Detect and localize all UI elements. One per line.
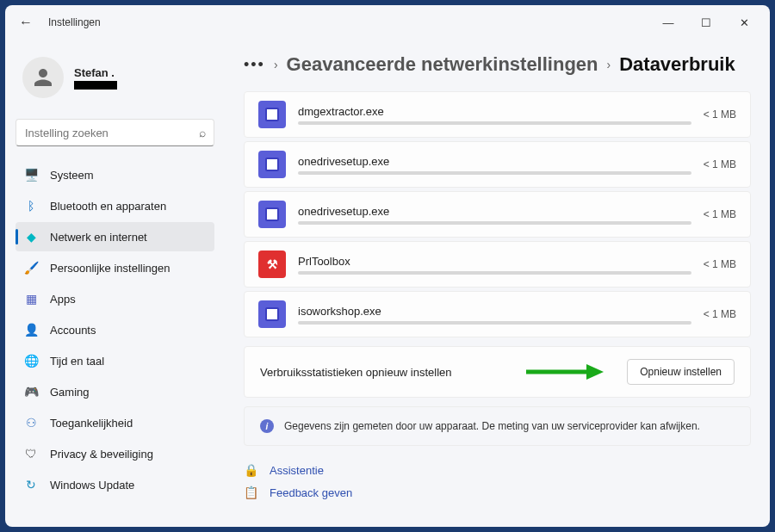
maximize-button[interactable]: ☐ xyxy=(687,9,725,36)
nav-label: Netwerk en internet xyxy=(50,231,147,244)
app-name: PrlToolbox xyxy=(298,255,691,268)
profile-email xyxy=(74,81,117,90)
app-name: onedrivesetup.exe xyxy=(298,155,691,168)
close-button[interactable]: ✕ xyxy=(725,9,763,36)
nav-icon: 🖥️ xyxy=(24,168,38,182)
app-usage-bar xyxy=(298,321,691,325)
search-box: ⌕ xyxy=(16,119,214,146)
nav-icon: 🌐 xyxy=(24,354,38,368)
nav-label: Accounts xyxy=(50,324,96,337)
footer-links: 🔒 Assistentie 📋 Feedback geven xyxy=(244,463,751,499)
search-icon: ⌕ xyxy=(199,126,206,139)
nav-label: Systeem xyxy=(50,169,94,182)
profile[interactable]: Stefan . xyxy=(16,46,214,115)
minimize-button[interactable]: — xyxy=(649,9,687,36)
nav-icon: ↻ xyxy=(24,478,38,492)
window-controls: — ☐ ✕ xyxy=(649,9,763,36)
info-text: Gegevens zijn gemeten door uw apparaat. … xyxy=(284,420,700,432)
chevron-right-icon: › xyxy=(274,58,278,71)
sidebar-item-7[interactable]: 🎮Gaming xyxy=(16,377,214,406)
nav-label: Bluetooth en apparaten xyxy=(50,200,166,213)
app-row[interactable]: dmgextractor.exe < 1 MB xyxy=(244,91,751,138)
app-name: isoworkshop.exe xyxy=(298,305,691,318)
app-usage-bar xyxy=(298,121,691,125)
content: Stefan . ⌕ 🖥️SysteemᛒBluetooth en appara… xyxy=(5,40,770,527)
reset-button[interactable]: Opnieuw instellen xyxy=(627,359,735,385)
breadcrumb: ••• › Geavanceerde netwerkinstellingen ›… xyxy=(244,53,751,76)
app-row[interactable]: isoworkshop.exe < 1 MB xyxy=(244,291,751,337)
nav-icon: ⚇ xyxy=(24,416,38,430)
app-size: < 1 MB xyxy=(704,108,736,121)
app-icon xyxy=(258,101,286,128)
chevron-right-icon: › xyxy=(607,58,611,71)
info-banner: i Gegevens zijn gemeten door uw apparaat… xyxy=(244,406,751,446)
help-label: Assistentie xyxy=(270,464,324,477)
reset-stats-row: Verbruiksstatistieken opnieuw instellen … xyxy=(244,346,751,398)
sidebar-item-5[interactable]: 👤Accounts xyxy=(16,315,214,344)
nav-label: Persoonlijke instellingen xyxy=(50,262,170,275)
breadcrumb-more[interactable]: ••• xyxy=(244,56,265,74)
sidebar-item-1[interactable]: ᛒBluetooth en apparaten xyxy=(16,191,214,220)
app-row[interactable]: onedrivesetup.exe < 1 MB xyxy=(244,191,751,238)
app-size: < 1 MB xyxy=(704,158,736,170)
nav-icon: ◆ xyxy=(24,230,38,244)
app-name: dmgextractor.exe xyxy=(298,105,691,118)
app-row[interactable]: onedrivesetup.exe < 1 MB xyxy=(244,141,751,188)
app-info: isoworkshop.exe xyxy=(298,305,691,325)
sidebar-item-10[interactable]: ↻Windows Update xyxy=(16,470,214,499)
nav-icon: 🖌️ xyxy=(24,261,38,275)
breadcrumb-current: Dataverbruik xyxy=(619,53,735,76)
nav-icon: ᛒ xyxy=(24,199,38,213)
titlebar: ← Instellingen — ☐ ✕ xyxy=(5,5,770,40)
arrow-annotation xyxy=(526,362,604,382)
app-icon: ⚒ xyxy=(258,251,286,278)
back-button[interactable]: ← xyxy=(12,9,40,36)
info-icon: i xyxy=(260,419,274,433)
sidebar-item-6[interactable]: 🌐Tijd en taal xyxy=(16,346,214,375)
sidebar-item-0[interactable]: 🖥️Systeem xyxy=(16,160,214,189)
search-input[interactable] xyxy=(16,119,214,146)
app-usage-bar xyxy=(298,221,691,225)
nav-label: Apps xyxy=(50,293,76,306)
app-info: PrlToolbox xyxy=(298,255,691,275)
app-usage-bar xyxy=(298,171,691,175)
help-link[interactable]: 🔒 Assistentie xyxy=(244,463,751,477)
sidebar-item-9[interactable]: 🛡Privacy & beveiliging xyxy=(16,439,214,468)
sidebar-item-8[interactable]: ⚇Toegankelijkheid xyxy=(16,408,214,437)
settings-window: ← Instellingen — ☐ ✕ Stefan . ⌕ 🖥️ xyxy=(5,5,770,527)
sidebar-item-4[interactable]: ▦Apps xyxy=(16,284,214,313)
nav-label: Windows Update xyxy=(50,479,134,492)
nav-icon: 🛡 xyxy=(24,447,38,461)
app-name: onedrivesetup.exe xyxy=(298,205,691,218)
svg-marker-1 xyxy=(586,364,604,380)
app-size: < 1 MB xyxy=(704,308,736,320)
profile-name: Stefan . xyxy=(74,66,117,79)
app-row[interactable]: ⚒ PrlToolbox < 1 MB xyxy=(244,241,751,288)
avatar xyxy=(22,57,64,98)
nav-label: Privacy & beveiliging xyxy=(50,448,153,461)
app-icon xyxy=(258,300,286,328)
app-info: dmgextractor.exe xyxy=(298,105,691,125)
nav-icon: ▦ xyxy=(24,292,38,306)
feedback-link[interactable]: 📋 Feedback geven xyxy=(244,486,751,499)
nav-label: Tijd en taal xyxy=(50,355,104,368)
app-info: onedrivesetup.exe xyxy=(298,205,691,225)
app-usage-bar xyxy=(298,271,691,275)
sidebar-nav: 🖥️SysteemᛒBluetooth en apparaten◆Netwerk… xyxy=(16,160,214,499)
nav-label: Toegankelijkheid xyxy=(50,417,133,430)
reset-label: Verbruiksstatistieken opnieuw instellen xyxy=(260,366,452,379)
sidebar: Stefan . ⌕ 🖥️SysteemᛒBluetooth en appara… xyxy=(5,40,225,527)
app-size: < 1 MB xyxy=(704,258,736,270)
app-usage-list: dmgextractor.exe < 1 MB onedrivesetup.ex… xyxy=(244,91,751,337)
app-icon xyxy=(258,151,286,178)
main-content: ••• › Geavanceerde netwerkinstellingen ›… xyxy=(225,40,770,527)
app-size: < 1 MB xyxy=(704,208,736,220)
nav-icon: 🎮 xyxy=(24,385,38,399)
person-icon xyxy=(30,65,56,90)
window-title: Instellingen xyxy=(48,16,101,28)
sidebar-item-3[interactable]: 🖌️Persoonlijke instellingen xyxy=(16,253,214,282)
sidebar-item-2[interactable]: ◆Netwerk en internet xyxy=(16,222,214,251)
feedback-icon: 📋 xyxy=(244,486,257,499)
app-icon xyxy=(258,201,286,228)
breadcrumb-parent[interactable]: Geavanceerde netwerkinstellingen xyxy=(287,53,598,76)
